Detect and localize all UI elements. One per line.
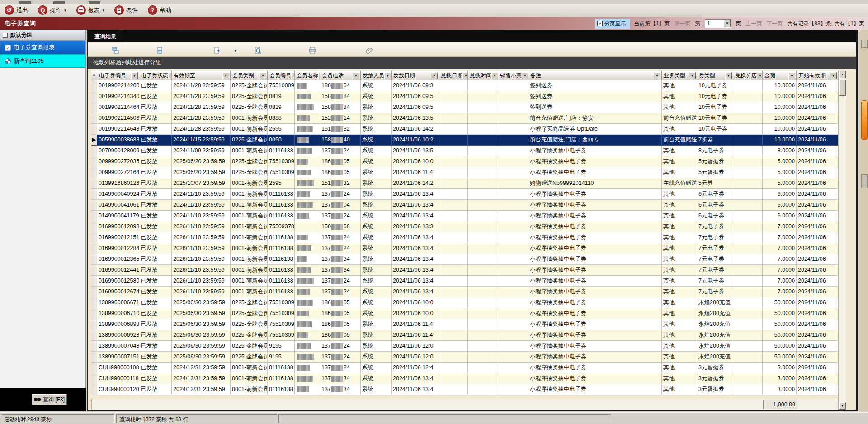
table-row[interactable]: 0019902214200已发放2024/11/28 23:59:590225-… [91, 80, 838, 91]
table-row[interactable]: CUH990000118已发放2024/12/31 23:59:590001-萌… [91, 373, 838, 384]
filter-button-icon[interactable]: ▼ [384, 72, 391, 79]
column-header-remark[interactable]: 备注▼ [528, 71, 662, 80]
ungroup-columns-icon[interactable] [156, 45, 166, 56]
column-header-mno[interactable]: 会员编号▼ [268, 71, 295, 80]
page-number-select[interactable]: 1 ▼ [705, 19, 731, 28]
cell-mtype: 0225-金牌会员 [231, 156, 268, 167]
table-row[interactable]: 0079900128009已发放2024/11/09 23:59:590001-… [91, 146, 838, 156]
table-row[interactable]: 1389900006898已发放2025/06/30 23:59:590225-… [91, 319, 838, 330]
filter-button-icon[interactable]: ▼ [522, 72, 528, 79]
table-row[interactable]: 0169900012674已发放2026/11/10 23:59:590001-… [91, 287, 838, 297]
table-row[interactable]: 0149900041179已发放2024/11/10 23:59:590001-… [91, 211, 838, 221]
condition-button[interactable]: 条件 [113, 5, 140, 16]
filter-button-icon[interactable]: ▼ [689, 72, 696, 79]
tab-query-results[interactable]: 查询结果 [90, 31, 126, 42]
cell-ticket [498, 341, 528, 352]
column-header-idate[interactable]: 发放日期▼ [392, 71, 439, 80]
column-header-ctype[interactable]: 券类型▼ [697, 71, 733, 80]
link-icon[interactable] [364, 45, 375, 56]
export-icon[interactable] [212, 45, 223, 56]
print-preview-icon[interactable] [253, 45, 264, 56]
column-header-member_name[interactable]: 会员名称▼ [295, 71, 320, 80]
filter-button-icon[interactable]: ▼ [491, 72, 498, 79]
filter-button-icon[interactable]: ▼ [131, 72, 138, 79]
table-row[interactable]: 1389900006928已发放2025/06/30 23:59:590225-… [91, 330, 838, 341]
group-by-hint-bar[interactable]: 拖动列标题到此处进行分组 [88, 57, 856, 69]
filter-button-icon[interactable]: ▼ [725, 72, 732, 79]
table-row[interactable]: ▶0059900038683已发放2024/11/15 23:59:590225… [91, 135, 838, 146]
collapse-icon[interactable]: - [3, 33, 8, 38]
column-header-status[interactable]: 电子券状态▼ [139, 71, 172, 80]
table-row[interactable]: 0169900012441已发放2026/11/10 23:59:590001-… [91, 265, 838, 276]
column-header-valid[interactable]: 有效期至▼ [172, 71, 231, 80]
filter-button-icon[interactable]: ▼ [757, 72, 763, 79]
filter-button-icon[interactable]: ▼ [291, 72, 295, 79]
table-row[interactable]: 0149900041061已发放2024/11/10 23:59:590001-… [91, 200, 838, 211]
table-row[interactable]: CUH990000108已发放2024/12/31 23:59:590001-萌… [91, 363, 838, 373]
column-header-ticket[interactable]: 销售小票▼ [498, 71, 528, 80]
exit-button[interactable]: ↺ 退出 [3, 5, 30, 16]
filter-button-icon[interactable]: ▼ [431, 72, 438, 79]
filter-button-icon[interactable]: ▼ [788, 72, 795, 79]
sidebar-item-new-query[interactable]: 新查询1105 [0, 54, 85, 68]
table-row[interactable]: 0019902214506已发放2024/11/28 23:59:590001-… [91, 113, 838, 124]
table-row[interactable]: 0169900012098已发放2026/11/10 23:59:590001-… [91, 221, 838, 232]
scroll-down-icon[interactable]: ▼ [839, 402, 846, 410]
filter-button-icon[interactable]: ▼ [462, 72, 468, 79]
table-row[interactable]: 0019902214340已发放2024/11/28 23:59:590225-… [91, 91, 838, 102]
chevron-down-icon[interactable]: ▼ [724, 20, 731, 27]
column-header-mtype[interactable]: 会员类别▼ [231, 71, 268, 80]
column-header-issuer[interactable]: 发放人员▼ [361, 71, 392, 80]
grid-vertical-scrollbar[interactable]: ▲ ▼ [838, 71, 846, 410]
table-row[interactable]: 0099900272164已发放2025/06/20 23:59:590225-… [91, 167, 838, 178]
table-row[interactable]: 0139916860126已发放2025/10/07 23:59:590001-… [91, 178, 838, 189]
column-header-rdate[interactable]: 兑换日期▼ [439, 71, 468, 80]
paging-toggle[interactable]: ✔ 分页显示 [595, 19, 630, 29]
group-columns-icon[interactable] [110, 45, 121, 56]
query-button[interactable]: 查询 [F3] [32, 394, 67, 405]
table-row[interactable]: 0169900012365已发放2026/11/10 23:59:590001-… [91, 254, 838, 265]
table-row[interactable]: 0099900272035已发放2025/06/20 23:59:590225-… [91, 156, 838, 167]
print-icon[interactable] [307, 45, 318, 56]
next-page-link[interactable]: 下一页 [766, 20, 783, 28]
table-row[interactable]: 1389900007048已发放2025/06/30 23:59:590225-… [91, 341, 838, 352]
table-row[interactable]: 0169900012580已发放2026/11/10 23:59:590001-… [91, 276, 838, 287]
filter-button-icon[interactable]: ▼ [654, 72, 660, 79]
first-page-link[interactable]: 第一页 [674, 20, 690, 28]
table-row[interactable]: 1389900007151已发放2025/06/30 23:59:590225-… [91, 352, 838, 363]
checkbox-checked-icon[interactable]: ✔ [597, 21, 603, 26]
table-row[interactable]: 1389900006710已发放2025/06/30 23:59:590225-… [91, 308, 838, 319]
report-button[interactable]: 报表 ▾ [75, 5, 107, 16]
column-header-sdate[interactable]: 开始有效期▼ [797, 71, 838, 80]
column-header-store[interactable]: 兑换分店▼ [733, 71, 763, 80]
column-header-rtime[interactable]: 兑换时间▼ [468, 71, 498, 80]
filter-button-icon[interactable]: ▼ [259, 72, 266, 79]
dropdown-caret-icon[interactable]: ▾ [230, 45, 241, 56]
operate-button[interactable]: Q 操作 ▾ [36, 5, 68, 16]
orange-scroll-thumb[interactable] [861, 100, 868, 140]
table-row[interactable]: 1389900006671已发放2025/06/30 23:59:590225-… [91, 297, 838, 308]
prev-page-link[interactable]: 上一页 [745, 20, 762, 28]
sidebar-item-voucher-report[interactable]: ✓ 电子券查询报表 [0, 41, 85, 54]
help-button[interactable]: ? 帮助 [146, 5, 173, 16]
filter-button-icon[interactable]: ▼ [168, 72, 172, 79]
panel-scrollbar[interactable] [860, 30, 868, 411]
filter-button-icon[interactable]: ▼ [353, 72, 359, 79]
sidebar: - 默认分组 ✓ 电子券查询报表 新查询1105 查询 [F3] [0, 30, 86, 411]
filter-button-icon[interactable]: ▼ [222, 72, 229, 79]
sidebar-group-header[interactable]: - 默认分组 [0, 30, 85, 41]
table-row[interactable]: 0169900012284已发放2026/11/10 23:59:590001-… [91, 243, 838, 254]
table-row[interactable]: 0019902214464已发放2024/11/28 23:59:590225-… [91, 102, 838, 113]
scroll-up-icon[interactable]: ▲ [839, 71, 846, 78]
table-row[interactable]: 0019902214643已发放2024/11/28 23:59:590001-… [91, 124, 838, 135]
table-row[interactable]: 0169900012151已发放2026/11/10 23:59:590001-… [91, 232, 838, 243]
table-row[interactable]: CUH990000120已发放2024/12/31 23:59:590001-萌… [91, 384, 838, 395]
column-header-id[interactable]: 电子券编号▼ [97, 71, 139, 80]
column-header-btype[interactable]: 业务类型▼ [662, 71, 697, 80]
table-row[interactable]: 0149900040924已发放2024/11/10 23:59:590001-… [91, 189, 838, 200]
scroll-button[interactable] [861, 40, 868, 48]
scroll-thumb[interactable] [839, 80, 846, 96]
filter-button-icon[interactable]: ▼ [830, 72, 837, 79]
column-header-phone[interactable]: 会员电话▼ [320, 71, 361, 80]
column-header-amount[interactable]: 金额▼ [763, 71, 797, 80]
